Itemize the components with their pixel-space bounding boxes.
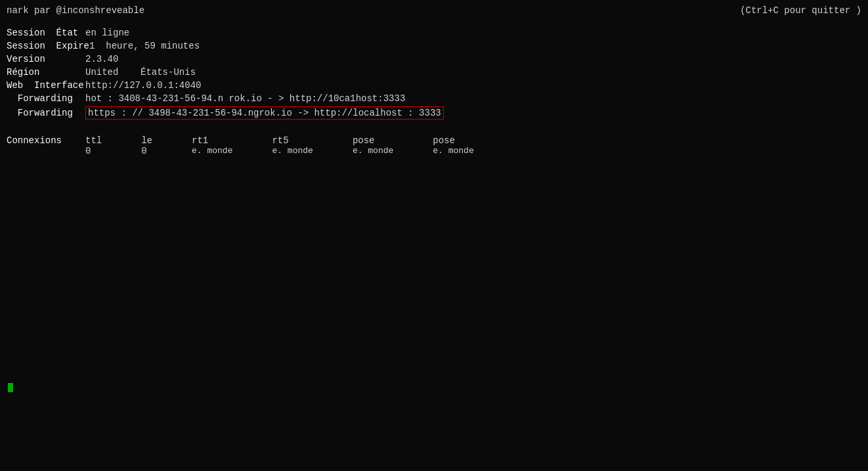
forwarding1-value: hot : 3408-43-231-56-94.n rok.io - > htt… bbox=[85, 93, 405, 104]
session-expire-value: 1 heure, 59 minutes bbox=[89, 41, 200, 51]
forwarding1-row: Forwarding hot : 3408-43-231-56-94.n rok… bbox=[7, 93, 861, 104]
header-left: nark par @inconshreveable bbox=[7, 5, 144, 16]
region-value: United États-Unis bbox=[85, 67, 196, 78]
region-row: Région United États-Unis bbox=[7, 67, 861, 78]
session-expire-label: Session Expire bbox=[7, 41, 89, 51]
conn-col-ttl: ttl 0 bbox=[85, 135, 102, 156]
session-etat-value: en ligne bbox=[85, 28, 129, 38]
forwarding2-row: Forwarding https : // 3498-43-231-56-94.… bbox=[7, 106, 861, 120]
connections-section: Connexions ttl 0 le 0 rt1 e. monde rt5 e… bbox=[7, 135, 861, 156]
forwarding2-label: Forwarding bbox=[7, 108, 85, 118]
spacer bbox=[7, 122, 861, 135]
forwarding2-value: https : // 3498-43-231-56-94.ngrok.io ->… bbox=[85, 106, 444, 120]
forwarding1-label: Forwarding bbox=[7, 93, 85, 104]
web-interface-value: http://127.0.0.1:4040 bbox=[85, 80, 201, 91]
web-interface-row: Web Interface http://127.0.0.1:4040 bbox=[7, 80, 861, 91]
connections-table: ttl 0 le 0 rt1 e. monde rt5 e. monde pos… bbox=[85, 135, 474, 156]
conn-rt1-header: rt1 bbox=[192, 135, 208, 146]
conn-ttl-header: ttl bbox=[85, 135, 102, 146]
conn-col-pose2: pose e. monde bbox=[433, 135, 473, 156]
connections-label: Connexions bbox=[7, 135, 85, 146]
session-etat-label: Session État bbox=[7, 28, 85, 38]
conn-col-rt1: rt1 e. monde bbox=[192, 135, 232, 156]
version-label: Version bbox=[7, 54, 85, 64]
conn-pose2-header: pose bbox=[433, 135, 455, 146]
header-right: (Ctrl+C pour quitter ) bbox=[740, 5, 861, 16]
conn-pose1-sub: e. monde bbox=[353, 146, 393, 156]
conn-ttl-value: 0 bbox=[85, 146, 91, 156]
version-value: 2.3.40 bbox=[85, 54, 118, 64]
cursor-area bbox=[7, 382, 13, 392]
region-label: Région bbox=[7, 67, 85, 78]
session-expire-row: Session Expire 1 heure, 59 minutes bbox=[7, 41, 861, 51]
conn-le-header: le bbox=[141, 135, 152, 146]
conn-col-pose1: pose e. monde bbox=[353, 135, 393, 156]
conn-rt5-header: rt5 bbox=[272, 135, 288, 146]
conn-rt1-sub: e. monde bbox=[192, 146, 232, 156]
cursor bbox=[8, 383, 13, 392]
conn-col-le: le 0 bbox=[141, 135, 152, 156]
info-section: Session État en ligne Session Expire 1 h… bbox=[7, 28, 861, 120]
conn-rt5-sub: e. monde bbox=[272, 146, 313, 156]
terminal-window: nark par @inconshreveable (Ctrl+C pour q… bbox=[0, 0, 868, 471]
conn-col-rt5: rt5 e. monde bbox=[272, 135, 313, 156]
version-row: Version 2.3.40 bbox=[7, 54, 861, 64]
conn-pose1-header: pose bbox=[353, 135, 375, 146]
web-interface-label: Web Interface bbox=[7, 80, 85, 91]
header-bar: nark par @inconshreveable (Ctrl+C pour q… bbox=[7, 5, 861, 16]
conn-pose2-sub: e. monde bbox=[433, 146, 473, 156]
session-etat-row: Session État en ligne bbox=[7, 28, 861, 38]
conn-le-value: 0 bbox=[141, 146, 146, 156]
